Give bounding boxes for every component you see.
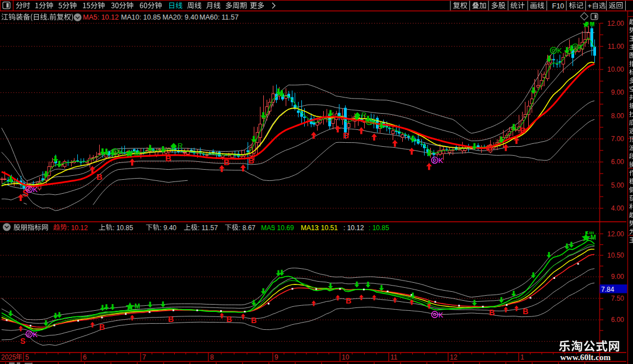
svg-text:7: 7 — [142, 353, 146, 361]
svg-text:B: B — [486, 143, 492, 152]
svg-text:K: K — [119, 148, 124, 156]
svg-text:: 8.67: : 8.67 — [239, 224, 255, 232]
svg-text:5: 5 — [25, 353, 29, 361]
svg-text:12.00: 12.00 — [607, 230, 624, 238]
svg-text:8.00: 8.00 — [611, 112, 625, 120]
svg-text:5.00: 5.00 — [611, 181, 625, 189]
svg-text:: 10.85: : 10.85 — [113, 224, 133, 232]
svg-text:B: B — [520, 125, 526, 135]
svg-text:10.00: 10.00 — [607, 66, 624, 73]
svg-text:K: K — [579, 43, 584, 52]
svg-text:: 10.12: : 10.12 — [343, 224, 364, 232]
svg-text:: 10.69: : 10.69 — [273, 224, 294, 232]
svg-text:6.00: 6.00 — [611, 316, 625, 324]
svg-text:: 9.40: : 9.40 — [160, 224, 176, 232]
svg-text:: 10.85: : 10.85 — [369, 224, 389, 232]
svg-text:B: B — [99, 323, 105, 332]
svg-text:M: M — [134, 150, 140, 157]
svg-text:11.00: 11.00 — [608, 43, 624, 50]
svg-text:B: B — [226, 315, 232, 324]
svg-text:B: B — [343, 130, 349, 140]
svg-text:10: 10 — [342, 353, 350, 361]
svg-text:MA20: 9.40: MA20: 9.40 — [162, 13, 198, 21]
svg-text:F10: F10 — [552, 2, 565, 10]
svg-text:7.00: 7.00 — [611, 135, 625, 143]
svg-text:4.00: 4.00 — [611, 204, 625, 212]
svg-text:K: K — [373, 118, 378, 126]
svg-text:B: B — [251, 316, 257, 325]
svg-text:M: M — [590, 234, 596, 241]
svg-text:2025: 2025 — [1, 353, 16, 361]
svg-text:B: B — [523, 307, 528, 316]
svg-text:K: K — [33, 185, 38, 194]
svg-text:K: K — [439, 156, 444, 165]
svg-text:MA13: MA13 — [301, 224, 319, 232]
svg-text:7.84: 7.84 — [601, 286, 615, 293]
svg-text:K: K — [33, 330, 38, 339]
svg-text:K: K — [557, 46, 562, 55]
svg-text:S: S — [20, 337, 25, 346]
svg-text:www.60lt.com: www.60lt.com — [560, 353, 611, 362]
svg-text:MA5: 10.12: MA5: 10.12 — [83, 13, 119, 21]
svg-text:: 11.57: : 11.57 — [198, 224, 218, 232]
svg-text:+: + — [588, 2, 592, 10]
svg-text:9: 9 — [274, 353, 278, 361]
svg-text:12: 12 — [450, 353, 458, 361]
svg-text:S: S — [22, 189, 29, 198]
svg-text:B: B — [346, 296, 351, 305]
svg-text:M: M — [134, 302, 140, 310]
svg-text:B: B — [489, 308, 495, 317]
svg-text:12.00: 12.00 — [607, 20, 624, 27]
svg-text:B: B — [248, 156, 254, 165]
svg-text:K: K — [439, 311, 444, 319]
svg-text:B: B — [168, 315, 174, 324]
svg-text:: 10.12: : 10.12 — [67, 224, 88, 232]
svg-text:9.00: 9.00 — [611, 273, 625, 281]
svg-text:: 10.51: : 10.51 — [317, 224, 338, 232]
svg-text:B: B — [96, 172, 103, 181]
svg-text:MA10: 10.85: MA10: 10.85 — [121, 13, 161, 21]
svg-text:10.50: 10.50 — [607, 251, 624, 259]
svg-text:R: R — [361, 111, 366, 119]
svg-text:6: 6 — [83, 353, 87, 361]
svg-text:8: 8 — [210, 353, 214, 361]
svg-text:9.00: 9.00 — [611, 88, 625, 96]
svg-text:B: B — [224, 157, 230, 167]
svg-text:7.50: 7.50 — [611, 295, 625, 302]
svg-text:R: R — [178, 142, 183, 150]
svg-text:B: B — [165, 153, 171, 163]
svg-text:11: 11 — [390, 353, 398, 361]
svg-text:1: 1 — [520, 353, 524, 361]
svg-text:6.00: 6.00 — [611, 158, 625, 166]
svg-text:MA60: 11.57: MA60: 11.57 — [199, 13, 239, 21]
